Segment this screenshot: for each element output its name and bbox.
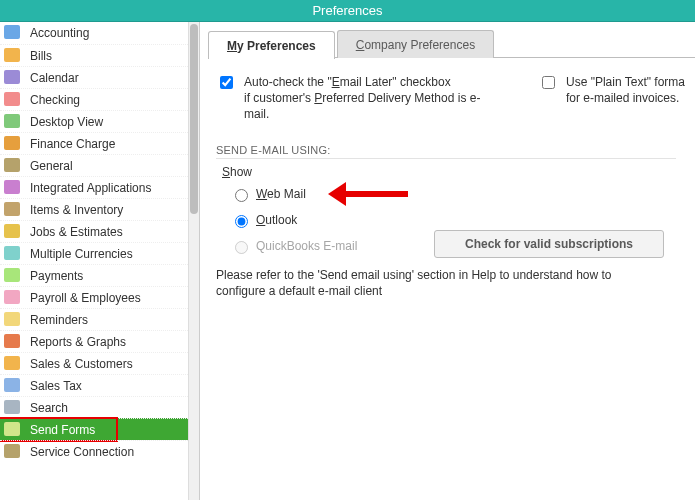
sidebar-item-label: Payments	[30, 269, 83, 283]
radio-web-mail-row[interactable]: Web Mail	[230, 183, 695, 205]
sidebar-scrollbar[interactable]	[189, 22, 199, 500]
sidebar-item-label: General	[30, 159, 73, 173]
content-container: Accounting Bills Calendar Checking Deskt…	[0, 22, 695, 500]
sidebar: Accounting Bills Calendar Checking Deskt…	[0, 22, 200, 500]
sidebar-scroll-thumb[interactable]	[190, 24, 198, 214]
tab-label: ompany Preferences	[364, 38, 475, 52]
main-panel: My Preferences Company Preferences Auto-…	[200, 22, 695, 500]
service-connection-icon	[4, 444, 22, 460]
reminders-icon	[4, 312, 22, 328]
sidebar-item-reminders[interactable]: Reminders	[0, 308, 188, 330]
sales-customers-icon	[4, 356, 22, 372]
check-subscriptions-button[interactable]: Check for valid subscriptions	[434, 230, 664, 258]
sidebar-item-label: Items & Inventory	[30, 203, 123, 217]
tab-hotkey: M	[227, 39, 237, 53]
auto-check-email-later-label: Auto-check the "Email Later" checkbox if…	[244, 74, 504, 122]
sidebar-item-label: Jobs & Estimates	[30, 225, 123, 239]
sidebar-item-payroll-employees[interactable]: Payroll & Employees	[0, 286, 188, 308]
radio-quickbooks-email-label: QuickBooks E-mail	[256, 239, 357, 253]
radio-outlook-label: Outlook	[256, 213, 297, 227]
sidebar-item-multiple-currencies[interactable]: Multiple Currencies	[0, 242, 188, 264]
sidebar-item-label: Finance Charge	[30, 137, 115, 151]
sidebar-item-desktop-view[interactable]: Desktop View	[0, 110, 188, 132]
tabs: My Preferences Company Preferences	[208, 30, 695, 58]
sidebar-item-label: Checking	[30, 93, 80, 107]
sidebar-item-checking[interactable]: Checking	[0, 88, 188, 110]
window-title: Preferences	[0, 0, 695, 22]
sidebar-item-label: Bills	[30, 49, 52, 63]
sidebar-item-label: Calendar	[30, 71, 79, 85]
sidebar-item-accounting[interactable]: Accounting	[0, 22, 188, 44]
sidebar-item-finance-charge[interactable]: Finance Charge	[0, 132, 188, 154]
sidebar-item-payments[interactable]: Payments	[0, 264, 188, 286]
auto-check-email-later-block: Auto-check the "Email Later" checkbox if…	[216, 74, 504, 122]
sidebar-item-bills[interactable]: Bills	[0, 44, 188, 66]
auto-check-email-later-checkbox[interactable]	[220, 76, 233, 89]
help-text: Please refer to the 'Send email using' s…	[216, 267, 656, 299]
plain-text-format-checkbox[interactable]	[542, 76, 555, 89]
integrated-applications-icon	[4, 180, 22, 196]
jobs-estimates-icon	[4, 224, 22, 240]
plain-text-format-block: Use "Plain Text" forma for e-mailed invo…	[538, 74, 685, 122]
payroll-employees-icon	[4, 290, 22, 306]
desktop-view-icon	[4, 114, 22, 130]
search-icon	[4, 400, 22, 416]
sidebar-item-label: Sales & Customers	[30, 357, 133, 371]
sidebar-item-label: Accounting	[30, 26, 89, 40]
sidebar-item-label: Integrated Applications	[30, 181, 151, 195]
sidebar-item-service-connection[interactable]: Service Connection	[0, 440, 188, 462]
tab-label: y Preferences	[237, 39, 316, 53]
sidebar-item-label: Send Forms	[30, 423, 95, 437]
sidebar-item-label: Sales Tax	[30, 379, 82, 393]
payments-icon	[4, 268, 22, 284]
radio-web-mail-label: Web Mail	[256, 187, 306, 201]
calendar-icon	[4, 70, 22, 86]
sidebar-item-search[interactable]: Search	[0, 396, 188, 418]
sidebar-item-calendar[interactable]: Calendar	[0, 66, 188, 88]
sidebar-item-integrated-applications[interactable]: Integrated Applications	[0, 176, 188, 198]
sales-tax-icon	[4, 378, 22, 394]
accounting-icon	[4, 25, 22, 41]
sidebar-item-sales-customers[interactable]: Sales & Customers	[0, 352, 188, 374]
radio-web-mail[interactable]	[235, 189, 248, 202]
multiple-currencies-icon	[4, 246, 22, 262]
sidebar-item-items-inventory[interactable]: Items & Inventory	[0, 198, 188, 220]
sidebar-item-label: Reminders	[30, 313, 88, 327]
finance-charge-icon	[4, 136, 22, 152]
reports-graphs-icon	[4, 334, 22, 350]
sidebar-item-label: Service Connection	[30, 445, 134, 459]
items-inventory-icon	[4, 202, 22, 218]
bills-icon	[4, 48, 22, 64]
sidebar-item-label: Desktop View	[30, 115, 103, 129]
tab-my-preferences[interactable]: My Preferences	[208, 31, 335, 59]
sidebar-item-label: Payroll & Employees	[30, 291, 141, 305]
sidebar-item-reports-graphs[interactable]: Reports & Graphs	[0, 330, 188, 352]
tab-body: Auto-check the "Email Later" checkbox if…	[208, 58, 695, 299]
tab-company-preferences[interactable]: Company Preferences	[337, 30, 494, 58]
send-email-using-group-label: SEND E-MAIL USING:	[216, 144, 676, 159]
show-label: Show	[222, 165, 695, 179]
sidebar-item-sales-tax[interactable]: Sales Tax	[0, 374, 188, 396]
send-forms-icon	[4, 422, 22, 438]
general-icon	[4, 158, 22, 174]
radio-quickbooks-email	[235, 241, 248, 254]
sidebar-item-jobs-estimates[interactable]: Jobs & Estimates	[0, 220, 188, 242]
plain-text-format-label: Use "Plain Text" forma for e-mailed invo…	[566, 74, 685, 106]
sidebar-item-label: Reports & Graphs	[30, 335, 126, 349]
sidebar-item-send-forms[interactable]: Send Forms	[0, 418, 188, 440]
checking-icon	[4, 92, 22, 108]
sidebar-item-label: Search	[30, 401, 68, 415]
radio-outlook-row[interactable]: Outlook	[230, 209, 695, 231]
radio-outlook[interactable]	[235, 215, 248, 228]
sidebar-item-general[interactable]: General	[0, 154, 188, 176]
sidebar-item-label: Multiple Currencies	[30, 247, 133, 261]
